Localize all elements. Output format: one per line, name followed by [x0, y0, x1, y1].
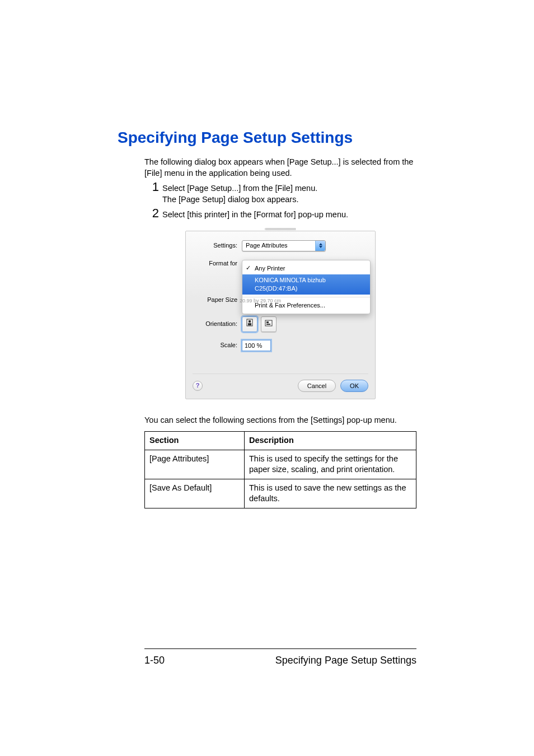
step-text: Select [this printer] in the [Format for…: [162, 207, 348, 221]
step-line: Select [this printer] in the [Format for…: [162, 209, 348, 221]
step-1: 1 Select [Page Setup...] from the [File]…: [144, 181, 416, 205]
th-section: Section: [145, 432, 245, 450]
help-icon: ?: [196, 381, 200, 390]
step-text: Select [Page Setup...] from the [File] m…: [162, 181, 317, 205]
td-section: [Save As Default]: [145, 479, 245, 508]
settings-popup-value: Page Attributes: [246, 241, 288, 250]
settings-label: Settings:: [193, 241, 242, 250]
dialog-footer: ? Cancel OK: [193, 374, 368, 392]
svg-rect-2: [248, 323, 251, 325]
after-dialog-paragraph: You can select the following sections fr…: [144, 415, 416, 426]
paper-size-sublabel: 20.99 by 29.70 cm: [240, 297, 281, 304]
sections-table: Section Description [Page Attributes] Th…: [144, 431, 416, 508]
popup-arrows-icon: [315, 241, 325, 251]
footer-rule: [144, 648, 416, 649]
step-list: 1 Select [Page Setup...] from the [File]…: [144, 181, 416, 221]
menu-item-any-printer[interactable]: Any Printer: [242, 263, 370, 274]
settings-popup[interactable]: Page Attributes: [242, 240, 326, 251]
orientation-label: Orientation:: [193, 320, 242, 328]
step-number: 2: [144, 207, 159, 220]
step-number: 1: [144, 181, 159, 193]
dialog-figure: Settings: Page Attributes Format for Any…: [144, 231, 416, 399]
td-description: This is used to specify the settings for…: [245, 450, 416, 479]
format-for-menu: Any Printer KONICA MINOLTA bizhub C25(DD…: [242, 260, 371, 314]
orientation-landscape-button[interactable]: [261, 316, 277, 332]
orientation-portrait-button[interactable]: [242, 316, 257, 332]
footer-title: Specifying Page Setup Settings: [275, 655, 416, 666]
step-line: The [Page Setup] dialog box appears.: [162, 194, 317, 206]
svg-rect-5: [266, 324, 270, 325]
body-block: The following dialog box appears when [P…: [118, 157, 416, 508]
svg-rect-4: [266, 321, 269, 323]
table-header-row: Section Description: [145, 432, 416, 450]
intro-paragraph: The following dialog box appears when [P…: [144, 157, 416, 179]
scale-row: Scale:: [193, 340, 368, 351]
landscape-icon: [265, 319, 273, 329]
sheet-grip-icon: [265, 228, 296, 230]
portrait-icon: [246, 319, 253, 329]
orientation-row: Orientation:: [193, 316, 368, 332]
table-row: [Page Attributes] This is used to specif…: [145, 450, 416, 479]
step-2: 2 Select [this printer] in the [Format f…: [144, 207, 416, 221]
ok-button[interactable]: OK: [340, 380, 368, 392]
scale-input[interactable]: [242, 340, 271, 351]
page-footer: 1-50 Specifying Page Setup Settings: [118, 648, 416, 666]
cancel-button[interactable]: Cancel: [298, 380, 336, 392]
menu-item-selected-printer[interactable]: KONICA MINOLTA bizhub C25(DD:47:BA): [242, 274, 370, 295]
td-description: This is used to save the new settings as…: [245, 479, 416, 508]
page-setup-dialog: Settings: Page Attributes Format for Any…: [185, 231, 376, 399]
td-section: [Page Attributes]: [145, 450, 245, 479]
document-page: Specifying Page Setup Settings The follo…: [0, 0, 534, 756]
page-heading: Specifying Page Setup Settings: [118, 129, 416, 147]
footer-line: 1-50 Specifying Page Setup Settings: [118, 655, 416, 666]
format-for-label: Format for: [193, 259, 242, 268]
help-button[interactable]: ?: [193, 381, 203, 391]
table-row: [Save As Default] This is used to save t…: [145, 479, 416, 508]
settings-row: Settings: Page Attributes: [193, 240, 368, 251]
paper-size-label: Paper Size: [193, 296, 242, 304]
th-description: Description: [245, 432, 416, 450]
page-number: 1-50: [144, 655, 165, 666]
step-line: Select [Page Setup...] from the [File] m…: [162, 183, 317, 194]
format-for-row: Format for Any Printer KONICA MINOLTA bi…: [193, 259, 368, 268]
scale-label: Scale:: [193, 341, 242, 349]
svg-rect-1: [249, 320, 251, 323]
